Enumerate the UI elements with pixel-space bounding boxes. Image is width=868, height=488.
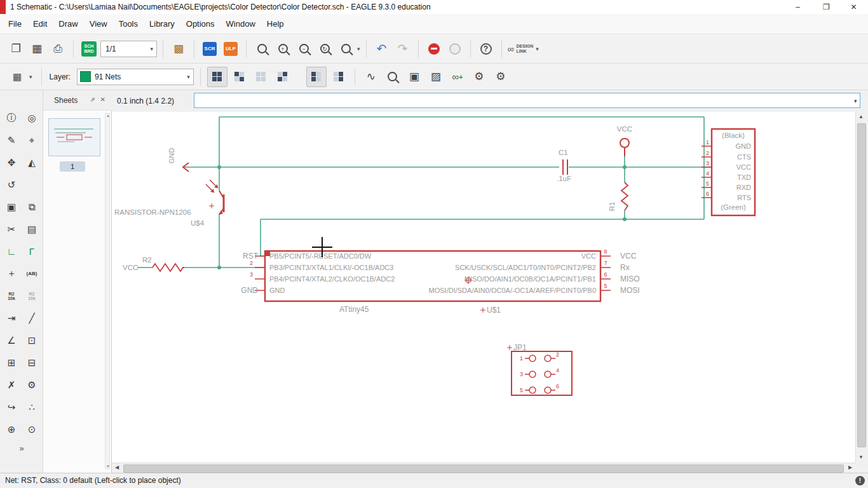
show-tool[interactable]: ◎ bbox=[24, 111, 39, 125]
rotate-tool[interactable]: ↺ bbox=[4, 177, 19, 192]
component-r1[interactable]: R1 bbox=[608, 182, 628, 211]
label-tool[interactable]: (AB) bbox=[24, 266, 39, 281]
redo-icon[interactable]: ↷ bbox=[393, 39, 412, 58]
clipboard-tool[interactable]: ⊟ bbox=[24, 355, 39, 370]
wire-tool[interactable]: ∟ bbox=[4, 244, 19, 259]
library-package-icon[interactable]: ▩ bbox=[169, 39, 188, 58]
zoom-out-icon[interactable]: − bbox=[294, 39, 313, 58]
paste-tool[interactable]: ▤ bbox=[24, 222, 39, 236]
display-preset-3-icon[interactable] bbox=[252, 67, 271, 86]
sheets-scrollbar[interactable]: ▲ ▼ bbox=[105, 113, 110, 469]
minimize-button[interactable]: – bbox=[783, 0, 812, 14]
name-tool[interactable]: R2 10k bbox=[4, 288, 19, 303]
print-icon[interactable]: ⎙ bbox=[48, 39, 67, 58]
mark-tool[interactable]: ⌖ bbox=[24, 133, 39, 147]
warning-icon[interactable]: ! bbox=[855, 476, 865, 485]
vertical-scrollbar-thumb[interactable] bbox=[857, 123, 866, 447]
menu-item[interactable]: Library bbox=[144, 16, 180, 32]
search-erc-icon[interactable] bbox=[383, 67, 402, 86]
menu-item[interactable]: Draw bbox=[53, 16, 83, 32]
value-tool[interactable]: R2 10k bbox=[24, 288, 39, 303]
component-c1[interactable]: C1 .1uF bbox=[557, 149, 571, 182]
bus-tool[interactable]: ⊕ bbox=[4, 422, 19, 437]
sheet-thumbnail[interactable] bbox=[48, 118, 100, 156]
smash-tool[interactable]: ⇥ bbox=[4, 311, 19, 325]
scroll-up-icon[interactable]: ▲ bbox=[105, 114, 111, 118]
menu-item[interactable]: File bbox=[3, 16, 27, 32]
dots-tool[interactable]: ∴ bbox=[24, 400, 39, 414]
close-button[interactable]: ✕ bbox=[839, 0, 868, 14]
ulp-button[interactable]: ULP bbox=[221, 39, 240, 58]
autorouter-gear-icon[interactable]: ⚙ bbox=[491, 67, 510, 86]
undo-icon[interactable]: ↶ bbox=[372, 39, 391, 58]
scroll-down-icon[interactable]: ▼ bbox=[105, 464, 111, 468]
display-preset-2-icon[interactable] bbox=[230, 67, 249, 86]
scroll-up-icon[interactable]: ▲ bbox=[856, 112, 866, 122]
component-vcc-symbol[interactable]: VCC bbox=[617, 125, 632, 156]
design-link-sync-icon[interactable]: ∞+ bbox=[448, 67, 467, 86]
mirror-tool[interactable]: ◭ bbox=[24, 155, 39, 170]
display-preset-4-icon[interactable] bbox=[273, 67, 292, 86]
settings-gear-icon[interactable]: ⚙ bbox=[470, 67, 489, 86]
component-attiny45[interactable]: RST 2 3 GND PB5/PCINT5/-RESET/ADC0/DW PB… bbox=[241, 248, 639, 315]
help-icon[interactable]: ? bbox=[477, 39, 496, 58]
info-tool[interactable]: ⓘ bbox=[4, 111, 19, 125]
maximize-button[interactable]: ❐ bbox=[812, 0, 841, 14]
menu-item[interactable]: Window bbox=[220, 16, 261, 32]
scroll-left-icon[interactable]: ◀ bbox=[112, 463, 122, 473]
sheet-page-number[interactable]: 1 bbox=[60, 161, 85, 172]
menu-item[interactable]: Edit bbox=[27, 16, 53, 32]
menu-item[interactable]: View bbox=[84, 16, 113, 32]
horizontal-scrollbar[interactable]: ◀ ▶ bbox=[112, 463, 855, 473]
component-jp1[interactable]: JP1 1 2 3 4 5 6 bbox=[507, 343, 572, 395]
miter-tool[interactable]: ∠ bbox=[4, 333, 19, 348]
display-preset-6-icon[interactable] bbox=[329, 67, 348, 86]
command-input[interactable] bbox=[194, 93, 860, 108]
wrench-tool[interactable]: ⚙ bbox=[24, 377, 39, 392]
attribute-tool[interactable]: ⊡ bbox=[24, 333, 39, 348]
save-icon[interactable]: ▦ bbox=[27, 39, 46, 58]
horizontal-scrollbar-thumb[interactable] bbox=[123, 464, 844, 473]
polygon-tool[interactable]: ⊙ bbox=[24, 422, 39, 437]
design-link-button[interactable]: ∞ DESIGNLINK ▾ bbox=[508, 44, 539, 54]
junction-tool[interactable]: ＋ bbox=[4, 266, 19, 281]
zoom-select-icon[interactable] bbox=[336, 39, 355, 58]
cut-tool[interactable]: ✂ bbox=[4, 222, 19, 236]
zoom-redraw-icon[interactable]: ↻ bbox=[315, 39, 334, 58]
menu-item[interactable]: Options bbox=[180, 16, 220, 32]
simulate-sine-icon[interactable]: ∿ bbox=[362, 67, 381, 86]
chevron-down-icon[interactable]: ▾ bbox=[357, 46, 360, 52]
display-tool[interactable]: ✎ bbox=[4, 133, 19, 147]
change-tool[interactable]: ⧉ bbox=[24, 200, 39, 214]
chevron-down-icon[interactable]: ▾ bbox=[854, 98, 857, 104]
layer-dropdown[interactable]: 91 Nets ▾ bbox=[77, 69, 194, 85]
more-tools-chevron-icon[interactable]: » bbox=[0, 444, 43, 453]
panel-expand-icon[interactable]: ⇗ bbox=[90, 96, 95, 103]
delete-tool[interactable]: ✗ bbox=[4, 377, 19, 392]
sch-brd-switch-icon[interactable]: SCHBRD bbox=[79, 39, 98, 58]
zoom-in-icon[interactable]: + bbox=[273, 39, 292, 58]
scroll-right-icon[interactable]: ▶ bbox=[845, 463, 855, 473]
blank-tool[interactable] bbox=[24, 177, 39, 192]
sheet-selector[interactable]: 1/1 ▾ bbox=[100, 41, 157, 57]
component-gnd-symbol[interactable]: GND bbox=[168, 148, 189, 172]
stop-button[interactable] bbox=[424, 39, 444, 58]
display-preset-1-icon[interactable] bbox=[207, 67, 227, 87]
erc-errors-icon[interactable]: ▨ bbox=[426, 67, 445, 86]
vertical-scrollbar[interactable]: ▲ ▼ bbox=[855, 112, 865, 463]
zoom-fit-icon[interactable] bbox=[252, 39, 271, 58]
menu-item[interactable]: Help bbox=[261, 16, 290, 32]
scr-button[interactable]: SCR bbox=[200, 39, 219, 58]
component-serial-connector[interactable]: 1 2 3 4 5 6 (Black) GND CTS VCC TXD RXD … bbox=[702, 129, 755, 215]
new-file-icon[interactable]: ❐ bbox=[6, 39, 25, 58]
net-tool[interactable]: Γ bbox=[24, 244, 39, 259]
move-tool[interactable]: ✥ bbox=[4, 155, 19, 170]
invoke-tool[interactable]: ↪ bbox=[4, 400, 19, 414]
component-phototransistor[interactable]: RANSISTOR-NPN1206 U$4 bbox=[114, 180, 224, 227]
erc-check-icon[interactable]: ▣ bbox=[405, 67, 424, 86]
grid-settings-icon[interactable]: ▦ bbox=[8, 67, 27, 86]
display-preset-5-icon[interactable] bbox=[306, 67, 327, 87]
schematic-canvas[interactable]: GND RANSISTOR-NPN1206 U$4 C1 .1uF VCC R1… bbox=[112, 112, 855, 463]
group-tool[interactable]: ▣ bbox=[4, 200, 19, 214]
component-r2[interactable]: VCC R2 bbox=[123, 256, 184, 271]
